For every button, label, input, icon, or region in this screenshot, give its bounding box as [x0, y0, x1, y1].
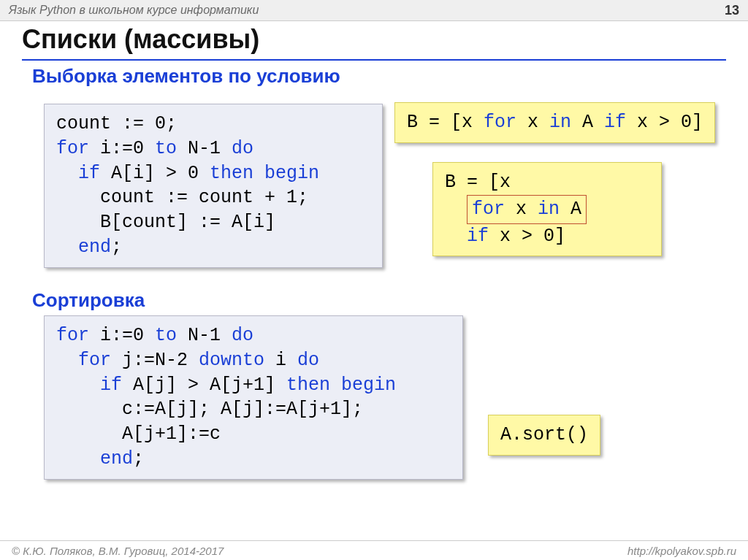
topbar: Язык Python в школьном курсе информатики… [0, 0, 748, 21]
python-filter-oneline: B = [x for x in A if x > 0] [394, 102, 715, 143]
footer-link[interactable]: http://kpolyakov.spb.ru [627, 545, 736, 557]
footer: © К.Ю. Поляков, В.М. Гуровиц, 2014-2017 … [0, 540, 748, 560]
pascal-sort-code: for i:=0 to N-1 do for j:=N-2 downto i d… [44, 315, 463, 480]
pascal-filter-code: count := 0; for i:=0 to N-1 do if A[i] >… [44, 104, 383, 268]
slide: Язык Python в школьном курсе информатики… [0, 0, 748, 560]
title-rule [22, 59, 726, 61]
page-title: Списки (массивы) [22, 24, 748, 55]
section2-heading: Сортировка [32, 289, 145, 312]
copyright: © К.Ю. Поляков, В.М. Гуровиц, 2014-2017 [12, 545, 224, 557]
section1-heading: Выборка элементов по условию [32, 65, 748, 88]
python-filter-block: B = [x for x in A if x > 0] [432, 162, 662, 256]
breadcrumb: Язык Python в школьном курсе информатики [9, 4, 259, 17]
page-number: 13 [725, 3, 739, 18]
python-sort-code: A.sort() [488, 415, 600, 456]
